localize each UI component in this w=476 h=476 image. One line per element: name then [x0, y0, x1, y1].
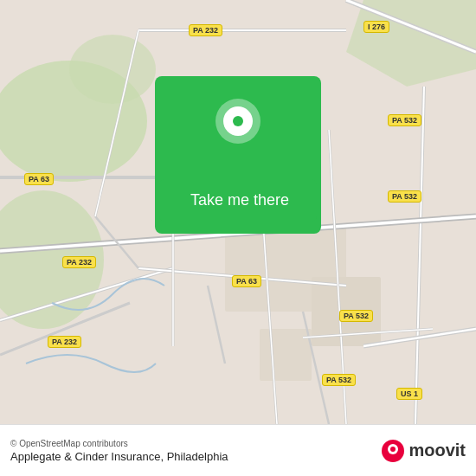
- road-label-us1: US 1: [396, 388, 422, 400]
- moovit-icon: [381, 439, 405, 463]
- location-info: © OpenStreetMap contributors Applegate &…: [10, 439, 228, 463]
- road-label-pa232-top: PA 232: [189, 24, 222, 36]
- moovit-text: moovit: [408, 441, 466, 460]
- svg-point-3: [69, 35, 156, 104]
- road-label-pa63-left: PA 63: [24, 173, 54, 185]
- road-label-pa63-mid: PA 63: [232, 275, 261, 287]
- map-container: PA 232 I 276 PA 532 PA 63 PA 532 PA 232 …: [0, 0, 476, 424]
- svg-point-40: [390, 447, 396, 452]
- location-title: Applegate & Cinder Insurance, Philadelph…: [10, 450, 228, 463]
- osm-credit: © OpenStreetMap contributors: [10, 439, 228, 448]
- road-label-pa532-lower: PA 532: [339, 310, 373, 322]
- bottom-bar: © OpenStreetMap contributors Applegate &…: [0, 424, 476, 476]
- road-label-pa532-mid: PA 532: [388, 190, 421, 203]
- road-label-pa232-mid: PA 232: [62, 256, 96, 268]
- moovit-logo: moovit: [381, 439, 466, 463]
- take-me-there-button[interactable]: Take me there: [159, 179, 317, 222]
- road-label-pa532-top: PA 532: [388, 114, 421, 126]
- road-label-i276: I 276: [363, 21, 389, 33]
- road-label-pa232-lower: PA 232: [48, 336, 81, 348]
- action-card: Take me there: [155, 76, 321, 234]
- location-pin: [215, 99, 261, 144]
- road-label-pa532-bottom: PA 532: [322, 374, 356, 386]
